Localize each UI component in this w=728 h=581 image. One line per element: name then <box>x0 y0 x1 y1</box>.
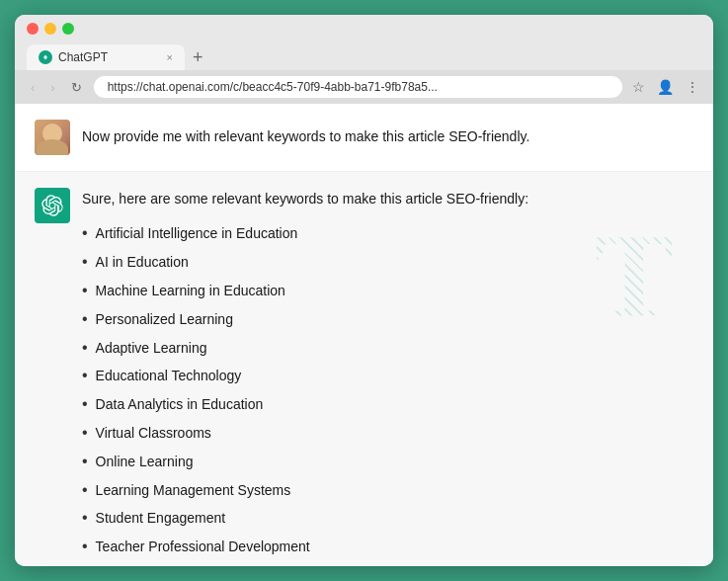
list-item: Educational Technology <box>82 362 693 390</box>
url-bar[interactable]: https://chat.openai.com/c/beacc4c5-70f9-… <box>94 76 622 98</box>
bookmark-icon[interactable]: ☆ <box>630 77 647 97</box>
user-message-text: Now provide me with relevant keywords to… <box>82 120 529 147</box>
user-message: Now provide me with relevant keywords to… <box>15 104 713 172</box>
tab-favicon <box>39 50 52 64</box>
list-item: Student Engagement <box>82 504 693 533</box>
ai-message: T Sure, here are some relevant keywords … <box>15 172 713 566</box>
list-item: Personalized Learning <box>82 305 693 334</box>
url-text: https://chat.openai.com/c/beacc4c5-70f9-… <box>108 80 608 94</box>
list-item: Machine Learning in Education <box>82 277 693 305</box>
new-tab-button[interactable]: + <box>185 44 211 70</box>
address-bar: ‹ › ↻ https://chat.openai.com/c/beacc4c5… <box>15 70 713 104</box>
chat-area: Now provide me with relevant keywords to… <box>15 104 713 566</box>
list-item: Teacher Professional Development <box>82 533 693 561</box>
tab-label: ChatGPT <box>58 50 108 64</box>
traffic-lights <box>27 23 701 35</box>
list-item: Virtual Classrooms <box>82 419 693 448</box>
keywords-list: Artificial Intelligence in EducationAI i… <box>82 219 693 561</box>
list-item: Artificial Intelligence in Education <box>82 219 693 248</box>
minimize-button[interactable] <box>44 23 56 35</box>
active-tab[interactable]: ChatGPT × <box>27 44 185 70</box>
title-bar: ChatGPT × + <box>15 15 713 70</box>
browser-window: ChatGPT × + ‹ › ↻ https://chat.openai.co… <box>15 15 713 566</box>
back-button[interactable]: ‹ <box>27 78 39 97</box>
list-item: Adaptive Learning <box>82 334 693 363</box>
close-button[interactable] <box>27 23 39 35</box>
list-item: Data Analytics in Education <box>82 390 693 419</box>
maximize-button[interactable] <box>62 23 74 35</box>
list-item: Online Learning <box>82 448 693 476</box>
tab-close-button[interactable]: × <box>167 51 173 63</box>
reload-button[interactable]: ↻ <box>67 78 86 97</box>
forward-button[interactable]: › <box>46 78 58 97</box>
ai-avatar <box>35 188 70 223</box>
profile-icon[interactable]: 👤 <box>655 77 676 97</box>
list-item: Learning Management Systems <box>82 476 693 505</box>
ai-intro-text: Sure, here are some relevant keywords to… <box>82 188 693 209</box>
ai-content: T Sure, here are some relevant keywords … <box>82 188 693 561</box>
user-avatar <box>35 120 70 155</box>
tabs-row: ChatGPT × + <box>27 44 701 70</box>
list-item: AI in Education <box>82 248 693 277</box>
menu-icon[interactable]: ⋮ <box>684 77 701 97</box>
